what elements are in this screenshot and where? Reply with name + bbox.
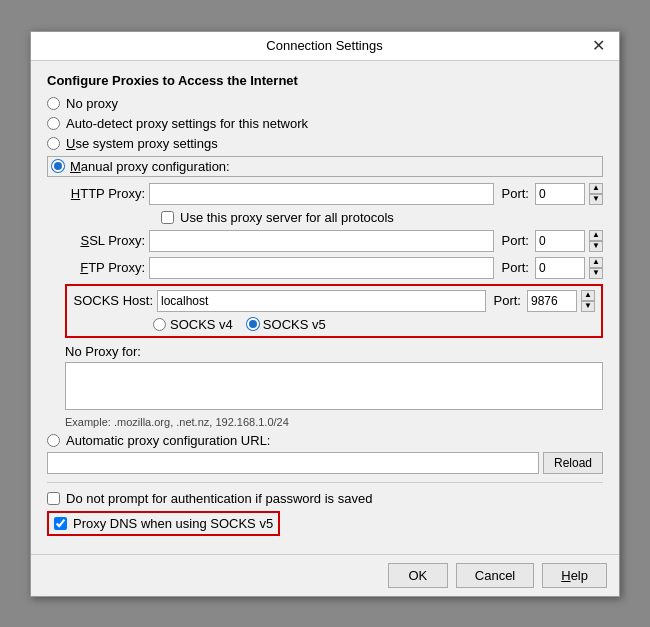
ssl-port-input[interactable] — [535, 230, 585, 252]
socks-host-box: SOCKS Host: Port: ▲ ▼ SOCKS v4 SOCKS v5 — [65, 284, 603, 338]
socks-port-label: Port: — [494, 293, 521, 308]
socks-port-up[interactable]: ▲ — [581, 290, 595, 301]
http-proxy-field-row: HTTP Proxy: Port: ▲ ▼ — [65, 183, 603, 205]
auto-detect-row: Auto-detect proxy settings for this netw… — [47, 116, 603, 131]
ssl-proxy-input[interactable] — [149, 230, 494, 252]
ftp-proxy-label: FTP Proxy: — [65, 260, 145, 275]
ftp-port-input[interactable] — [535, 257, 585, 279]
divider — [47, 482, 603, 483]
use-for-all-row: Use this proxy server for all protocols — [161, 210, 603, 225]
auto-proxy-url-input[interactable] — [47, 452, 539, 474]
socks-version-row: SOCKS v4 SOCKS v5 — [153, 317, 595, 332]
no-proxy-for-input[interactable] — [65, 362, 603, 410]
auto-detect-label: Auto-detect proxy settings for this netw… — [66, 116, 308, 131]
dialog-content: Configure Proxies to Access the Internet… — [31, 61, 619, 554]
connection-settings-dialog: Connection Settings ✕ Configure Proxies … — [30, 31, 620, 597]
socks-v4-radio[interactable] — [153, 318, 166, 331]
proxy-dns-label: Proxy DNS when using SOCKS v5 — [73, 516, 273, 531]
auto-proxy-input-row: Reload — [47, 452, 603, 474]
proxy-fields: HTTP Proxy: Port: ▲ ▼ Use this proxy ser… — [65, 183, 603, 428]
ssl-port-spinner: ▲ ▼ — [589, 230, 603, 252]
http-proxy-label: HTTP Proxy: — [65, 186, 145, 201]
use-for-all-label: Use this proxy server for all protocols — [180, 210, 394, 225]
manual-radio-indicator — [52, 160, 64, 172]
http-proxy-input[interactable] — [149, 183, 494, 205]
ftp-proxy-input[interactable] — [149, 257, 494, 279]
ssl-port-label: Port: — [502, 233, 529, 248]
no-proxy-label: No proxy — [66, 96, 118, 111]
socks-host-label: SOCKS Host: — [73, 293, 153, 308]
http-port-input[interactable] — [535, 183, 585, 205]
cancel-button[interactable]: Cancel — [456, 563, 534, 588]
ssl-proxy-field-row: SSL Proxy: Port: ▲ ▼ — [65, 230, 603, 252]
socks-port-spinner: ▲ ▼ — [581, 290, 595, 312]
close-button[interactable]: ✕ — [588, 38, 609, 54]
socks-v4-label: SOCKS v4 — [170, 317, 233, 332]
ftp-port-spinner: ▲ ▼ — [589, 257, 603, 279]
http-port-up[interactable]: ▲ — [589, 183, 603, 194]
ssl-port-down[interactable]: ▼ — [589, 241, 603, 252]
manual-proxy-row: Manual proxy configuration: — [47, 156, 603, 177]
http-port-label: Port: — [502, 186, 529, 201]
use-system-label: UUse system proxy settingsse system prox… — [66, 136, 218, 151]
auto-detect-radio[interactable] — [47, 117, 60, 130]
manual-proxy-label: Manual proxy configuration: — [70, 159, 230, 174]
socks-v5-label: SOCKS v5 — [263, 317, 326, 332]
no-proxy-row: No proxy — [47, 96, 603, 111]
proxy-dns-checkbox[interactable] — [54, 517, 67, 530]
use-system-row: UUse system proxy settingsse system prox… — [47, 136, 603, 151]
no-auth-checkbox[interactable] — [47, 492, 60, 505]
proxy-dns-row: Proxy DNS when using SOCKS v5 — [47, 511, 280, 536]
no-proxy-for-section: No Proxy for: Example: .mozilla.org, .ne… — [65, 344, 603, 428]
titlebar: Connection Settings ✕ — [31, 32, 619, 61]
ftp-port-up[interactable]: ▲ — [589, 257, 603, 268]
ssl-proxy-label: SSL Proxy: — [65, 233, 145, 248]
section-heading: Configure Proxies to Access the Internet — [47, 73, 603, 88]
http-port-spinner: ▲ ▼ — [589, 183, 603, 205]
reload-button[interactable]: Reload — [543, 452, 603, 474]
use-for-all-checkbox[interactable] — [161, 211, 174, 224]
dialog-title: Connection Settings — [61, 38, 588, 53]
example-text: Example: .mozilla.org, .net.nz, 192.168.… — [65, 416, 603, 428]
socks-port-down[interactable]: ▼ — [581, 301, 595, 312]
ssl-port-up[interactable]: ▲ — [589, 230, 603, 241]
no-proxy-radio[interactable] — [47, 97, 60, 110]
socks-port-input[interactable] — [527, 290, 577, 312]
ftp-port-down[interactable]: ▼ — [589, 268, 603, 279]
socks-v5-indicator — [247, 318, 259, 330]
no-auth-prompt-row: Do not prompt for authentication if pass… — [47, 491, 603, 506]
no-auth-label: Do not prompt for authentication if pass… — [66, 491, 372, 506]
auto-proxy-radio[interactable] — [47, 434, 60, 447]
socks-host-field-row: SOCKS Host: Port: ▲ ▼ — [73, 290, 595, 312]
ok-button[interactable]: OK — [388, 563, 448, 588]
http-port-down[interactable]: ▼ — [589, 194, 603, 205]
auto-proxy-label: Automatic proxy configuration URL: — [66, 433, 270, 448]
no-proxy-for-label: No Proxy for: — [65, 344, 603, 359]
help-button[interactable]: Help — [542, 563, 607, 588]
dialog-buttons: OK Cancel Help — [31, 554, 619, 596]
socks-host-input[interactable] — [157, 290, 486, 312]
ftp-proxy-field-row: FTP Proxy: Port: ▲ ▼ — [65, 257, 603, 279]
use-system-radio[interactable] — [47, 137, 60, 150]
ftp-port-label: Port: — [502, 260, 529, 275]
auto-proxy-row: Automatic proxy configuration URL: — [47, 433, 603, 448]
